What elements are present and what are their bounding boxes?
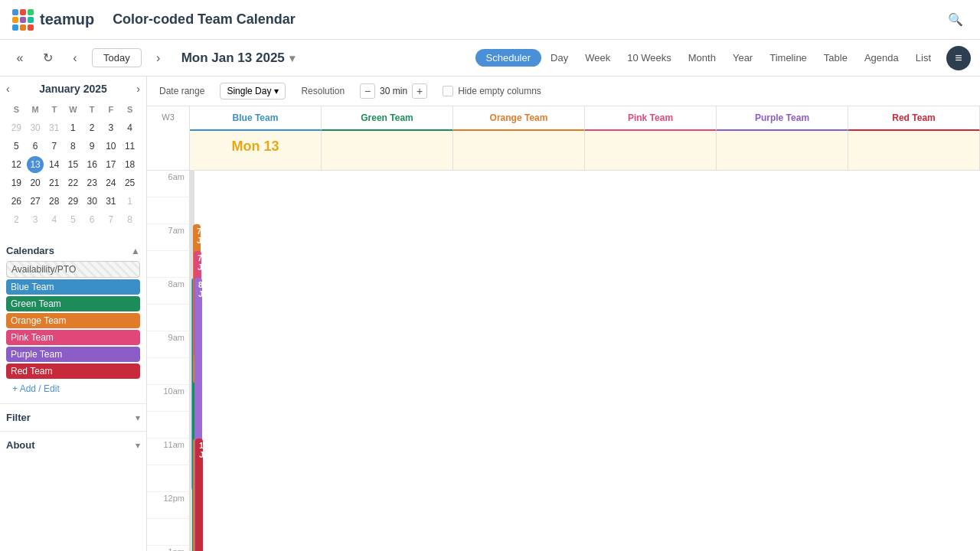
resolution-decrease-btn[interactable]: −: [360, 83, 375, 99]
mini-cal-day[interactable]: 30: [27, 119, 44, 136]
mini-cal-day[interactable]: 25: [121, 174, 139, 191]
mini-cal-day[interactable]: 24: [103, 174, 120, 191]
resolution-increase-btn[interactable]: +: [412, 83, 427, 99]
allday-cell-1: [322, 131, 453, 171]
add-edit-button[interactable]: + Add / Edit: [6, 380, 140, 397]
column-header-blue-team: Blue Team: [190, 106, 322, 131]
date-range-label: Date range: [159, 86, 204, 96]
mini-cal-day[interactable]: 13: [27, 156, 44, 173]
resolution-value: 30 min: [380, 86, 407, 96]
mini-cal-day[interactable]: 11: [121, 138, 139, 155]
agenda-view-btn[interactable]: Agenda: [857, 49, 906, 67]
mini-cal-day[interactable]: 5: [8, 138, 25, 155]
time-label-12: 12pm: [147, 492, 190, 519]
year-view-btn[interactable]: Year: [725, 49, 760, 67]
day-header-w: W: [64, 101, 82, 118]
mini-cal-day[interactable]: 4: [45, 211, 63, 228]
app-logo: teamup: [12, 9, 94, 31]
date-dropdown-icon[interactable]: ▾: [289, 52, 295, 64]
mini-cal-next[interactable]: ›: [136, 83, 140, 95]
date-range-bar: Date range Single Day ▾ Resolution − 30 …: [147, 77, 980, 106]
timeline-view-btn[interactable]: Timeline: [762, 49, 815, 67]
scheduler-outer[interactable]: W3Blue TeamGreen TeamOrange TeamPink Tea…: [147, 106, 980, 551]
next-button[interactable]: ›: [148, 47, 169, 69]
table-view-btn[interactable]: Table: [816, 49, 855, 67]
scheduler-body: 6am7am8am9am10am11am12pm1pm2pm3pm4pm5pm6…: [147, 171, 190, 551]
about-header[interactable]: About ▾: [6, 436, 140, 454]
month-view-btn[interactable]: Month: [681, 49, 724, 67]
today-button[interactable]: Today: [92, 48, 142, 67]
mini-cal-day[interactable]: 29: [64, 193, 82, 210]
mini-cal-day[interactable]: 4: [121, 119, 139, 136]
calendar-item[interactable]: Availability/PTO: [6, 261, 140, 278]
calendar-item[interactable]: Red Team: [6, 364, 140, 379]
mini-cal-day[interactable]: 5: [64, 211, 82, 228]
mini-cal-day[interactable]: 10: [103, 138, 120, 155]
mini-cal-day[interactable]: 8: [64, 138, 82, 155]
mini-cal-day[interactable]: 31: [45, 119, 63, 136]
time-label-8: 10am: [147, 385, 190, 412]
mini-cal-day[interactable]: 22: [64, 174, 82, 191]
mini-cal-day[interactable]: 28: [45, 193, 63, 210]
filter-header[interactable]: Filter ▾: [6, 409, 140, 426]
list-view-btn[interactable]: List: [908, 49, 939, 67]
mini-cal-day[interactable]: 29: [8, 119, 25, 136]
mini-cal-day[interactable]: 26: [8, 193, 25, 210]
calendar-item[interactable]: Blue Team: [6, 279, 140, 295]
hide-empty-checkbox[interactable]: [443, 86, 453, 96]
app-header: teamup Color-coded Team Calendar 🔍: [0, 0, 980, 40]
current-date: Mon Jan 13 2025 ▾: [181, 51, 295, 66]
mini-cal-day[interactable]: 31: [103, 193, 120, 210]
mini-cal-day[interactable]: 15: [64, 156, 82, 173]
mini-cal-prev[interactable]: ‹: [6, 83, 10, 95]
calendar-item[interactable]: Purple Team: [6, 347, 140, 362]
calendar-item[interactable]: Pink Team: [6, 330, 140, 345]
mini-cal-day[interactable]: 3: [103, 119, 120, 136]
scheduler-view-btn[interactable]: Scheduler: [475, 49, 542, 67]
mini-cal-day[interactable]: 19: [8, 174, 25, 191]
date-range-select[interactable]: Single Day ▾: [220, 83, 286, 99]
mini-cal-day[interactable]: 2: [8, 211, 25, 228]
mini-calendar: ‹ January 2025 › S M T W T F S 2930311: [0, 77, 146, 236]
refresh-button[interactable]: ↻: [37, 47, 58, 69]
mini-cal-day[interactable]: 20: [27, 174, 44, 191]
menu-button[interactable]: ≡: [946, 46, 971, 70]
mini-cal-day[interactable]: 9: [83, 138, 101, 155]
mini-cal-day[interactable]: 17: [103, 156, 120, 173]
mini-cal-day[interactable]: 12: [8, 156, 25, 173]
mini-cal-day[interactable]: 7: [103, 211, 120, 228]
mini-cal-day[interactable]: 7: [45, 138, 63, 155]
prev-button[interactable]: ‹: [64, 47, 86, 69]
mini-cal-day[interactable]: 3: [27, 211, 44, 228]
toolbar: « ↻ ‹ Today › Mon Jan 13 2025 ▾ Schedule…: [0, 40, 980, 77]
mini-cal-day[interactable]: 30: [83, 193, 101, 210]
time-label-6: 9am: [147, 331, 190, 358]
mini-cal-day[interactable]: 1: [64, 119, 82, 136]
prev-prev-button[interactable]: «: [9, 47, 31, 69]
time-label-0: 6am: [147, 171, 190, 197]
mini-cal-day[interactable]: 14: [45, 156, 63, 173]
mini-cal-day[interactable]: 23: [83, 174, 101, 191]
mini-cal-day[interactable]: 6: [27, 138, 44, 155]
calendars-header[interactable]: Calendars ▲: [6, 242, 140, 259]
calendar-item[interactable]: Orange Team: [6, 313, 140, 328]
mini-cal-day[interactable]: 8: [121, 211, 139, 228]
mini-cal-day[interactable]: 2: [83, 119, 101, 136]
mini-cal-day[interactable]: 6: [83, 211, 101, 228]
calendars-section: Calendars ▲ Availability/PTOBlue TeamGre…: [0, 236, 146, 403]
time-label-13: [147, 519, 190, 546]
mini-cal-day[interactable]: 21: [45, 174, 63, 191]
day-view-btn[interactable]: Day: [543, 49, 576, 67]
mini-cal-day[interactable]: 1: [121, 193, 139, 210]
event-block[interactable]: 11am Job: [195, 439, 203, 551]
sidebar: ‹ January 2025 › S M T W T F S 2930311: [0, 77, 147, 551]
week-view-btn[interactable]: Week: [577, 49, 618, 67]
mini-cal-day[interactable]: 18: [121, 156, 139, 173]
calendar-item[interactable]: Green Team: [6, 296, 140, 311]
time-label-9: [147, 412, 190, 439]
search-button[interactable]: 🔍: [943, 8, 968, 32]
mini-cal-day[interactable]: 16: [83, 156, 101, 173]
date-range-dropdown-icon: ▾: [274, 86, 279, 96]
mini-cal-day[interactable]: 27: [27, 193, 44, 210]
10weeks-view-btn[interactable]: 10 Weeks: [619, 49, 679, 67]
